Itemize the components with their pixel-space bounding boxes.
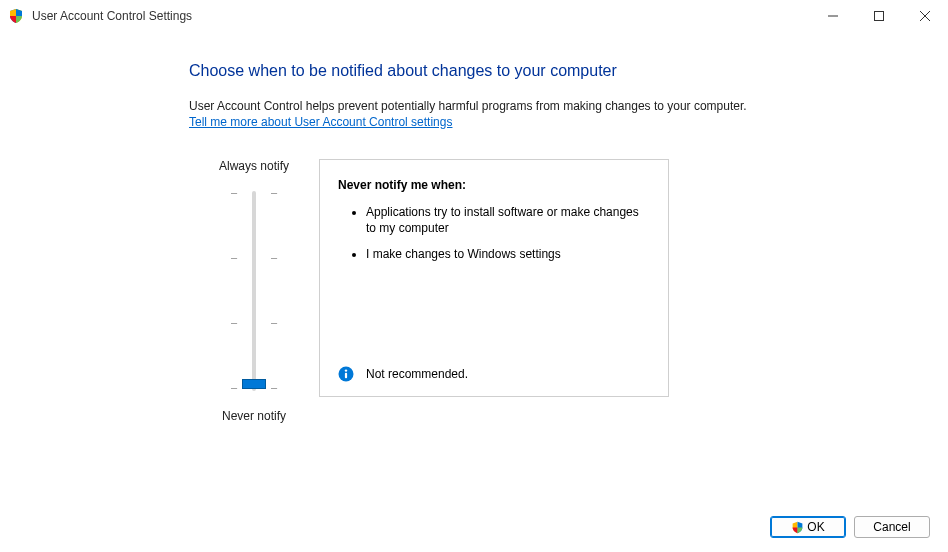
- slider-top-label: Always notify: [219, 159, 289, 173]
- level-description-panel: Never notify me when: Applications try t…: [319, 159, 669, 397]
- slider-tick: ––: [230, 316, 278, 328]
- shield-icon: [8, 8, 24, 24]
- page-description: User Account Control helps prevent poten…: [189, 98, 908, 115]
- panel-bullet: Applications try to install software or …: [366, 204, 650, 236]
- dialog-buttons: OK Cancel: [770, 516, 930, 538]
- learn-more-link[interactable]: Tell me more about User Account Control …: [189, 115, 452, 129]
- slider-tick: ––: [230, 251, 278, 263]
- uac-slider[interactable]: –– –– –– ––: [252, 191, 256, 391]
- maximize-button[interactable]: [856, 0, 902, 32]
- ok-button-label: OK: [807, 520, 824, 534]
- svg-rect-6: [345, 373, 347, 379]
- window-title: User Account Control Settings: [32, 9, 810, 23]
- panel-title: Never notify me when:: [338, 178, 650, 192]
- svg-point-5: [345, 369, 347, 371]
- page-heading: Choose when to be notified about changes…: [189, 62, 908, 80]
- shield-icon: [791, 521, 804, 534]
- main-panel: Choose when to be notified about changes…: [189, 62, 908, 423]
- warning-row: Not recommended.: [338, 366, 650, 382]
- titlebar: User Account Control Settings: [0, 0, 948, 32]
- panel-bullet-list: Applications try to install software or …: [338, 204, 650, 263]
- cancel-button-label: Cancel: [873, 520, 910, 534]
- info-icon: [338, 366, 354, 382]
- ok-button[interactable]: OK: [770, 516, 846, 538]
- panel-bullet: I make changes to Windows settings: [366, 246, 650, 262]
- slider-thumb[interactable]: [242, 379, 266, 389]
- warning-text: Not recommended.: [366, 367, 468, 381]
- minimize-button[interactable]: [810, 0, 856, 32]
- content-row: Always notify –– –– –– –– Never notify N…: [189, 159, 908, 423]
- slider-column: Always notify –– –– –– –– Never notify: [189, 159, 319, 423]
- svg-rect-1: [875, 12, 884, 21]
- close-button[interactable]: [902, 0, 948, 32]
- cancel-button[interactable]: Cancel: [854, 516, 930, 538]
- slider-tick: ––: [230, 186, 278, 198]
- slider-bottom-label: Never notify: [222, 409, 286, 423]
- slider-track: –– –– –– ––: [252, 191, 256, 391]
- window-controls: [810, 0, 948, 32]
